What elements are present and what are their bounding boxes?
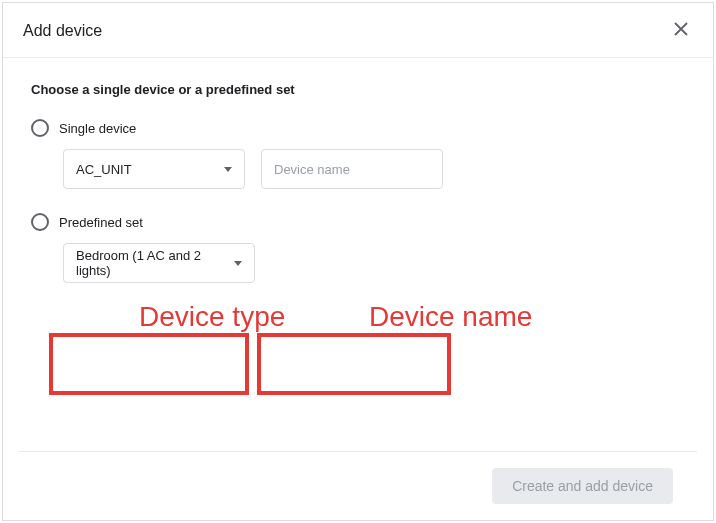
annotation-device-type-label: Device type <box>139 301 285 333</box>
predefined-set-radio[interactable] <box>31 213 49 231</box>
annotation-device-name-box <box>257 333 451 395</box>
predefined-set-label: Predefined set <box>59 215 143 230</box>
single-device-radio[interactable] <box>31 119 49 137</box>
chevron-down-icon <box>234 261 242 266</box>
dialog-title: Add device <box>23 22 102 40</box>
annotation-device-name-label: Device name <box>369 301 532 333</box>
create-and-add-button[interactable]: Create and add device <box>492 468 673 504</box>
predefined-set-select[interactable]: Bedroom (1 AC and 2 lights) <box>63 243 255 283</box>
single-device-label: Single device <box>59 121 136 136</box>
dialog-footer: Create and add device <box>19 451 697 520</box>
dialog-body: Choose a single device or a predefined s… <box>3 58 713 451</box>
close-icon <box>673 21 689 42</box>
device-name-input[interactable] <box>261 149 443 189</box>
chevron-down-icon <box>224 167 232 172</box>
close-button[interactable] <box>669 19 693 43</box>
predefined-set-value: Bedroom (1 AC and 2 lights) <box>76 248 234 278</box>
dialog-prompt: Choose a single device or a predefined s… <box>31 82 685 97</box>
add-device-dialog: Add device Choose a single device or a p… <box>2 2 714 521</box>
annotation-device-type-box <box>49 333 249 395</box>
device-type-value: AC_UNIT <box>76 162 224 177</box>
device-type-select[interactable]: AC_UNIT <box>63 149 245 189</box>
single-device-option[interactable]: Single device <box>31 119 685 137</box>
single-device-controls: AC_UNIT <box>63 149 685 189</box>
predefined-set-controls: Bedroom (1 AC and 2 lights) <box>63 243 685 283</box>
dialog-header: Add device <box>3 3 713 58</box>
predefined-set-option[interactable]: Predefined set <box>31 213 685 231</box>
